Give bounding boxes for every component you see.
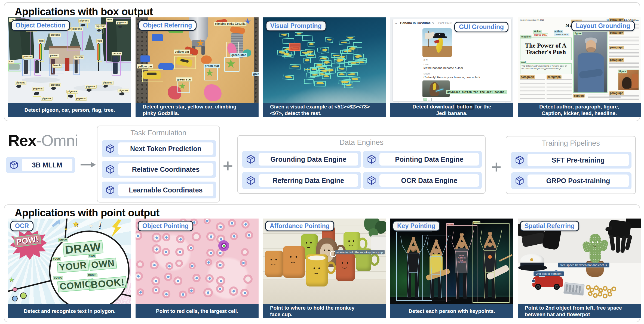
godzilla-tag: climbing pinky Godzilla [214,22,247,26]
decor [598,292,602,297]
decor: Detect green star, yellow car, climbing … [143,104,249,116]
cube-icon [106,144,115,153]
menu-icon: ≡ [395,22,397,25]
flower-pot [371,235,386,251]
object-referring-label: Object Referring [138,20,197,31]
decor: YOUR [52,257,61,261]
item-pointing-data-engine: Pointing Data Engine [363,151,482,168]
cell-point [230,222,234,225]
decor: pigeons [95,24,106,28]
decor: paragraph [609,46,624,49]
object-referring-caption: Detect green star, yellow car, climbing … [136,103,259,117]
dog [622,77,631,89]
item-next-token-prediction: Next Token Prediction [102,140,216,157]
decor: Point to red cells, the largest cell. [156,308,238,314]
headline-text: The Power of A Teacher's Push [521,42,570,55]
cell-point [155,236,158,239]
decor [603,294,608,298]
layout-grounding-label: Layout Grounding [571,21,635,31]
decor: tree [106,18,113,22]
decor [296,256,297,258]
cell-point [189,246,193,250]
second-object-annotation: 2nd object from left [533,271,564,276]
yellow-car-box [142,69,163,82]
hat-brim [518,265,547,271]
decor: pigeons [116,21,128,24]
spatial-referring-caption: Point to 2nd object from left, free spac… [518,304,641,318]
green-star-tag: green star [230,53,247,57]
data-engines-group: Data Engines Grounding Data Engine Point… [237,135,486,194]
decor [408,272,409,297]
decor [314,271,318,274]
decor [322,58,327,60]
cell-point [191,264,194,268]
toy-ball [201,55,212,64]
keypoint-skeletons [390,219,513,304]
silver-gadget [563,282,585,296]
cell-point [219,263,222,267]
object-detection-label: Object Detection [11,20,70,31]
decor [401,235,449,298]
cell-point [219,279,223,283]
crop-icon [428,98,432,101]
decor [12,296,18,301]
cell-point [219,225,222,229]
decor: pigeons [50,83,61,87]
beard [586,47,596,52]
decor [306,245,311,248]
decor [342,262,343,264]
cell-point [219,251,222,255]
affordance-caption: Point to where to hold the monkey face c… [263,304,386,318]
chair [632,74,639,88]
decor: paragraph [547,75,562,79]
decor [609,95,639,101]
decor [91,162,96,167]
fish-box [319,68,329,74]
toy-lego [140,55,150,62]
pigeon-box [33,91,41,97]
decor: pigeons [15,81,26,85]
decor [247,155,254,163]
decor [326,38,332,41]
decor: flag [38,39,45,43]
decor: Referring Data Engine [259,174,358,187]
ocr-label: OCR [10,221,33,231]
cell-point [176,279,180,283]
decor [290,256,292,258]
decor: Grounding Data Engine [259,153,358,166]
box-output-section: Applications with box output [4,2,640,121]
cell-point [165,292,168,296]
decor [350,62,358,63]
fish-box [325,37,333,42]
decor: paragraph [609,58,624,62]
decor [326,261,336,274]
decor [314,267,315,269]
yellow-car-box [174,56,196,69]
cube-icon [246,155,255,164]
decor [20,292,27,299]
decor: bench [52,64,62,68]
decor [592,241,594,243]
decor: pigeons [118,89,129,92]
decor [73,85,122,91]
ocr-image: POW! ★ ★ ★ ! DRAW YOUR OWN COMIC BOOK! D… [8,219,131,304]
cell-point [247,233,251,237]
cube-icon [9,160,19,170]
decor [283,52,290,55]
green-star-tag: green star [204,64,220,68]
tree-box: tree [68,30,83,51]
decor [480,229,502,298]
fish-box [331,53,342,58]
pigeon [87,89,91,92]
robot-finger [616,236,620,253]
panel-visual-prompting: Visual Prompting Given a visual example … [263,17,386,117]
fish-box [290,64,301,69]
fish-box [348,61,360,65]
token-count: 2,627 tokens [438,22,452,24]
affordance-image: where to hold the monkey face cup Afford… [263,219,386,304]
decor [271,263,275,265]
decor: Detect download [413,104,455,110]
cube-icon [367,155,376,164]
star-icon: ★ [89,223,93,229]
green-point [222,244,226,248]
